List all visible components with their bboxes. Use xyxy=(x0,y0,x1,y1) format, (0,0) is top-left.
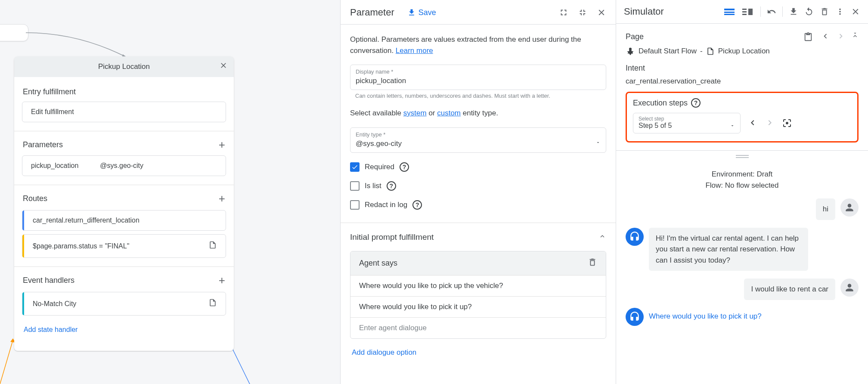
svg-rect-11 xyxy=(748,9,753,15)
is-list-checkbox-row[interactable]: Is list ? xyxy=(350,181,606,191)
prev-turn-button[interactable] xyxy=(821,31,830,42)
add-route-button[interactable]: + xyxy=(219,193,225,204)
delete-icon[interactable] xyxy=(820,7,829,16)
parameters-heading: Parameters xyxy=(23,140,63,149)
view-toggle[interactable] xyxy=(722,7,754,16)
more-icon[interactable] xyxy=(835,7,845,16)
redact-checkbox-row[interactable]: Redact in log ? xyxy=(350,200,606,210)
close-icon[interactable] xyxy=(597,8,606,17)
page-title: Pickup Location xyxy=(98,62,150,71)
bot-message-link[interactable]: Where would you like to pick it up? xyxy=(649,308,762,321)
is-list-checkbox[interactable] xyxy=(350,181,360,191)
chevron-up-icon xyxy=(598,232,606,242)
redact-checkbox[interactable] xyxy=(350,200,360,210)
fullscreen-icon[interactable] xyxy=(559,8,568,17)
route-label: car_rental.return_different_location xyxy=(33,217,140,224)
user-avatar-icon xyxy=(840,279,859,297)
add-state-handler-link[interactable]: Add state handler xyxy=(22,320,79,340)
replay-icon[interactable] xyxy=(804,7,814,16)
event-handler-row[interactable]: No-Match City xyxy=(22,292,226,316)
delete-icon[interactable] xyxy=(588,257,597,269)
environment-line: Environment: Draft xyxy=(626,169,859,180)
display-name-field[interactable]: Display name * xyxy=(350,65,606,90)
route-label: $page.params.status = "FINAL" xyxy=(33,242,129,250)
help-icon[interactable]: ? xyxy=(387,181,396,191)
routes-heading: Routes xyxy=(23,194,47,203)
svg-line-1 xyxy=(0,340,13,384)
fullscreen-exit-icon[interactable] xyxy=(578,8,587,17)
panel-title: Parameter xyxy=(350,7,394,18)
page-card-header: Pickup Location xyxy=(14,56,234,77)
system-link[interactable]: system xyxy=(403,109,427,117)
parameter-name: pickup_location xyxy=(31,162,78,170)
drag-handle-icon[interactable] xyxy=(616,151,868,162)
parameter-panel-header: Parameter Save xyxy=(341,0,616,25)
undo-icon[interactable] xyxy=(767,7,776,16)
entity-type-field[interactable]: Entity type * @sys.geo-city xyxy=(350,127,606,153)
collapse-icon[interactable] xyxy=(852,33,859,41)
simulator-title: Simulator xyxy=(624,6,664,17)
view-split-icon[interactable] xyxy=(741,7,754,16)
canvas-node-stub[interactable] xyxy=(0,24,28,41)
execution-steps-label: Execution steps xyxy=(633,99,688,108)
entity-hint: Select available system or custom entity… xyxy=(350,108,606,119)
route-row[interactable]: $page.params.status = "FINAL" xyxy=(22,234,226,258)
close-icon[interactable] xyxy=(851,7,860,16)
execution-steps-box: Execution steps ? Select step Step 5 of … xyxy=(626,92,859,142)
agent-response-row[interactable]: Where would you like to pick it up? xyxy=(350,296,606,317)
event-handler-label: No-Match City xyxy=(33,300,76,308)
required-checkbox-row[interactable]: Required ? xyxy=(350,162,606,172)
view-list-icon[interactable] xyxy=(722,7,736,16)
page-card: Pickup Location Entry fulfillment Edit f… xyxy=(14,56,234,351)
intent-meta-label: Intent xyxy=(626,64,859,73)
svg-point-12 xyxy=(629,48,632,50)
agent-says-box: Agent says Where would you like to pick … xyxy=(350,251,606,339)
bot-message: Hi! I'm the virtual car rental agent. I … xyxy=(649,228,808,271)
message-row-bot: Where would you like to pick it up? xyxy=(626,308,859,326)
help-icon[interactable]: ? xyxy=(412,200,422,210)
page-icon xyxy=(208,241,217,251)
chevron-down-icon xyxy=(595,139,601,146)
event-handlers-heading: Event handlers xyxy=(23,276,74,285)
help-icon[interactable]: ? xyxy=(691,98,701,108)
add-event-handler-button[interactable]: + xyxy=(219,275,225,286)
parameter-entity: @sys.geo-city xyxy=(100,162,143,170)
simulator-header: Simulator xyxy=(616,0,868,24)
required-checkbox[interactable] xyxy=(350,162,360,172)
step-select[interactable]: Select step Step 5 of 5 xyxy=(633,113,741,133)
agent-response-input[interactable]: Enter agent dialogue xyxy=(350,317,606,338)
user-message: hi xyxy=(816,198,835,220)
display-name-helper: Can contain letters, numbers, underscore… xyxy=(350,93,606,99)
svg-rect-7 xyxy=(724,14,735,15)
entity-type-value: @sys.geo-city xyxy=(356,138,595,148)
save-test-icon[interactable] xyxy=(789,7,798,16)
user-avatar-icon xyxy=(840,198,859,217)
svg-rect-10 xyxy=(742,14,747,15)
route-row[interactable]: car_rental.return_different_location xyxy=(22,210,226,231)
save-button[interactable]: Save xyxy=(407,8,436,17)
add-dialogue-option-link[interactable]: Add dialogue option xyxy=(350,339,606,366)
parameter-row[interactable]: pickup_location @sys.geo-city xyxy=(22,155,226,176)
flow-canvas[interactable]: Pickup Location Entry fulfillment Edit f… xyxy=(0,0,340,384)
help-icon[interactable]: ? xyxy=(400,162,409,172)
chat-area: Environment: Draft Flow: No flow selecte… xyxy=(616,162,868,333)
page-icon xyxy=(208,298,217,309)
clipboard-icon[interactable] xyxy=(803,32,813,42)
focus-icon[interactable] xyxy=(782,118,792,128)
step-prev-button[interactable] xyxy=(747,118,758,129)
step-next-button xyxy=(765,118,775,129)
flow-icon xyxy=(626,46,635,56)
close-icon[interactable] xyxy=(219,61,228,72)
flow-line: Flow: No flow selected xyxy=(626,180,859,191)
add-parameter-button[interactable]: + xyxy=(219,139,225,150)
custom-link[interactable]: custom xyxy=(437,109,461,117)
agent-response-row[interactable]: Where would you like to pick up the vehi… xyxy=(350,275,606,296)
svg-rect-5 xyxy=(724,9,735,10)
entry-fulfillment-heading: Entry fulfillment xyxy=(23,87,76,96)
learn-more-link[interactable]: Learn more xyxy=(396,46,433,55)
chevron-down-icon xyxy=(730,123,735,128)
display-name-input[interactable] xyxy=(356,75,601,85)
edit-fulfillment-button[interactable]: Edit fulfillment xyxy=(22,102,226,122)
prompt-fulfillment-header[interactable]: Initial prompt fulfillment xyxy=(350,223,606,247)
message-row-bot: Hi! I'm the virtual car rental agent. I … xyxy=(626,228,859,271)
